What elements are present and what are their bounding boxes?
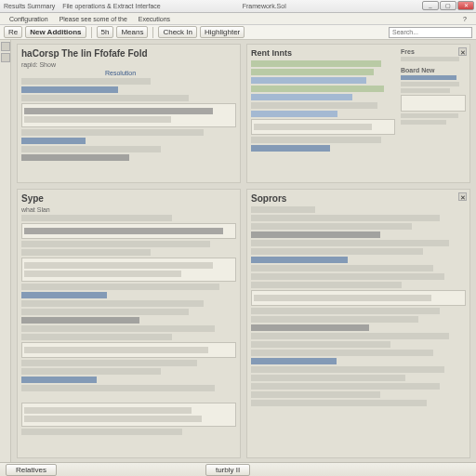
line <box>251 391 380 398</box>
line <box>21 154 129 161</box>
sidebar <box>0 40 11 462</box>
side-tool-1[interactable] <box>1 42 10 51</box>
panel-top-right: ✕ Rent Innts <box>246 44 470 183</box>
panel-bottom-left: Sype what Slan <box>17 189 241 458</box>
line <box>251 383 440 390</box>
panel2-aside2: Board New <box>401 67 466 73</box>
line <box>21 284 219 290</box>
line <box>24 262 213 269</box>
line <box>21 215 172 221</box>
search-input[interactable] <box>389 27 472 38</box>
line <box>251 400 427 406</box>
line <box>21 300 204 307</box>
line <box>251 215 440 221</box>
separator <box>152 27 153 38</box>
line <box>401 113 458 118</box>
line <box>251 206 315 213</box>
line <box>401 88 450 93</box>
line <box>251 60 381 67</box>
line <box>251 86 384 92</box>
content-box <box>21 103 236 127</box>
tool-checkin[interactable]: Check In <box>158 26 197 38</box>
panel-bottom-right: ✕ Soprors <box>246 189 470 458</box>
line <box>251 308 440 314</box>
line <box>254 124 372 130</box>
toolbar: Re New Additions 5h Means Check In Highl… <box>0 25 476 40</box>
link-line[interactable] <box>21 377 97 383</box>
link-line[interactable] <box>251 358 337 364</box>
menu-bar: Configuration Please see some of the Exe… <box>0 13 476 25</box>
tool-new[interactable]: New Additions <box>25 26 86 38</box>
menu-exec[interactable]: Executions <box>135 15 174 23</box>
line <box>251 341 390 348</box>
panel2-title: Rent Innts <box>251 48 395 58</box>
link-line[interactable] <box>251 94 352 100</box>
menu-help[interactable]: ? <box>459 15 470 23</box>
link-line[interactable] <box>21 138 86 144</box>
tool-5h[interactable]: 5h <box>97 26 114 38</box>
link-line[interactable] <box>251 257 348 263</box>
line <box>21 309 189 315</box>
maximize-button[interactable]: ▢ <box>440 1 456 10</box>
line <box>21 317 139 324</box>
close-button[interactable]: ✕ <box>457 1 474 10</box>
panel-top-left: haCorsp The lin Ffofafe Fold rapid: Show… <box>17 44 241 183</box>
line <box>251 248 423 255</box>
status-btn-1[interactable]: Relatives <box>6 464 57 476</box>
link-line[interactable] <box>251 77 366 84</box>
panel-close-icon[interactable]: ✕ <box>458 192 467 201</box>
panel3-sub: what Slan <box>21 206 236 213</box>
line <box>21 249 151 256</box>
line <box>21 78 151 85</box>
line <box>24 347 208 353</box>
line <box>24 407 192 414</box>
line <box>251 137 381 143</box>
line <box>251 273 444 280</box>
minimize-button[interactable]: _ <box>422 1 439 10</box>
line <box>21 429 182 435</box>
tool-re[interactable]: Re <box>4 26 22 38</box>
line <box>251 333 449 339</box>
status-btn-2[interactable]: turbly II <box>205 464 250 476</box>
content-box <box>21 403 236 427</box>
link-line[interactable] <box>21 292 107 298</box>
title-text-1: Results Summary <box>4 3 55 9</box>
link-line[interactable] <box>251 111 337 117</box>
link-line[interactable] <box>251 145 330 152</box>
panel3-title: Sype <box>21 193 236 204</box>
line <box>251 231 380 238</box>
line <box>251 240 449 246</box>
title-text-2: File operations & Extract Interface <box>62 3 160 9</box>
content-grid: haCorsp The lin Ffofafe Fold rapid: Show… <box>11 40 476 462</box>
menu-item-2[interactable]: Please see some of the <box>56 15 131 23</box>
line <box>21 368 161 375</box>
line <box>251 375 405 381</box>
line <box>21 325 215 332</box>
panel1-sub: rapid: Show <box>21 61 236 68</box>
line <box>24 116 171 123</box>
line <box>21 95 189 101</box>
line <box>21 385 215 391</box>
link-line[interactable] <box>21 86 118 93</box>
line <box>251 69 374 75</box>
line <box>21 146 161 152</box>
panel-close-icon[interactable]: ✕ <box>458 47 467 56</box>
menu-config[interactable]: Configuration <box>6 15 52 23</box>
tool-means[interactable]: Means <box>116 26 148 38</box>
content-box <box>251 119 395 135</box>
content-box <box>401 95 466 112</box>
link-line[interactable] <box>401 75 456 80</box>
line <box>251 265 433 271</box>
line <box>254 295 431 301</box>
main-area: haCorsp The lin Ffofafe Fold rapid: Show… <box>0 40 476 462</box>
title-text-3: Framework.Sol <box>243 3 286 9</box>
side-tool-2[interactable] <box>1 53 10 62</box>
line <box>401 57 459 61</box>
content-box <box>21 258 236 282</box>
window-buttons: _ ▢ ✕ <box>422 1 474 10</box>
content-box <box>21 342 236 358</box>
line <box>251 324 369 331</box>
tool-highlighter[interactable]: Highlighter <box>200 26 245 38</box>
panel1-title: haCorsp The lin Ffofafe Fold <box>21 48 236 59</box>
status-bar: Relatives turbly II <box>0 462 476 476</box>
